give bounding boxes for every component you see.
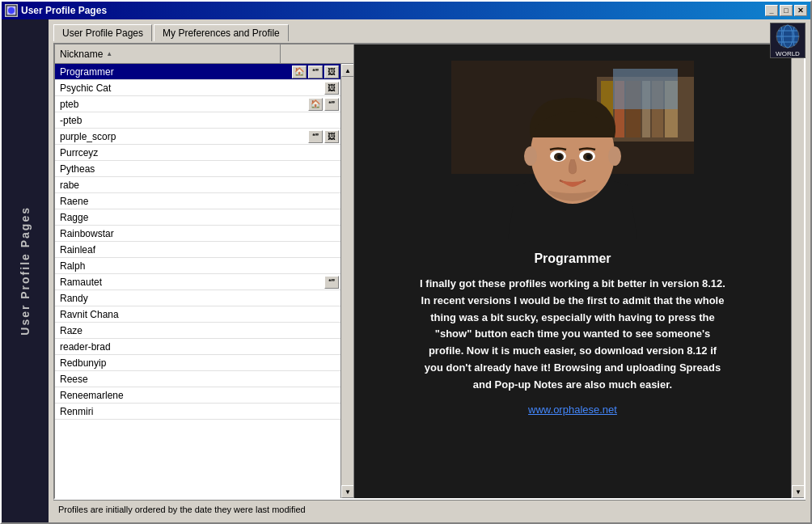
profile-panel: Programmer I finally got these profiles …	[354, 44, 791, 498]
row-name-label: Purrceyz	[55, 147, 268, 158]
row-name-label: Programmer	[55, 66, 268, 78]
row-name-label: pteb	[55, 99, 268, 110]
quote-icon-button[interactable]: ❝❞	[324, 98, 339, 111]
tab-preferences[interactable]: My Preferences and Profile	[154, 24, 289, 41]
row-name-label: -pteb	[55, 115, 268, 126]
world-label: WORLD	[776, 50, 800, 57]
row-name-label: Renmiri	[55, 406, 268, 417]
list-panel: Nickname ▲ Programmer🏠❝❞🖼Psychic Cat🖼pte…	[55, 44, 354, 498]
photo-icon-button[interactable]: 🖼	[324, 82, 339, 95]
list-row[interactable]: Raene	[55, 193, 340, 209]
minimize-button[interactable]: _	[765, 5, 778, 16]
world-globe-icon	[775, 23, 801, 49]
list-row[interactable]: Ragge	[55, 209, 340, 226]
row-icons: 🏠❝❞	[268, 98, 340, 111]
list-row[interactable]: Renmiri	[55, 404, 340, 420]
list-row[interactable]: Ramautet❝❞	[55, 274, 340, 290]
scrollbar-track	[341, 77, 353, 485]
row-icons: 🏠❝❞🖼	[268, 66, 340, 78]
list-row[interactable]: purple_scorp❝❞🖼	[55, 129, 340, 145]
status-text: Profiles are initially ordered by the da…	[58, 505, 306, 514]
list-row[interactable]: Raze	[55, 323, 340, 339]
quote-icon-button[interactable]: ❝❞	[308, 66, 323, 78]
list-body: Programmer🏠❝❞🖼Psychic Cat🖼pteb🏠❝❞-ptebpu…	[55, 64, 340, 498]
row-name-label: Pytheas	[55, 163, 268, 175]
svg-point-23	[586, 154, 591, 159]
maximize-button[interactable]: □	[780, 5, 793, 16]
svg-rect-26	[613, 69, 678, 109]
profile-scrollbar-track	[792, 57, 804, 485]
row-icons: ❝❞🖼	[268, 130, 340, 143]
row-name-label: Ralph	[55, 260, 268, 272]
scroll-up-button[interactable]: ▲	[341, 64, 353, 77]
list-row[interactable]: Redbunyip	[55, 355, 340, 371]
nickname-column-header: Nickname ▲	[55, 44, 281, 63]
profile-scrollbar: ▲ ▼	[791, 44, 804, 498]
close-button[interactable]: ✕	[794, 5, 807, 16]
list-row[interactable]: Randy	[55, 290, 340, 306]
profile-scroll-down-button[interactable]: ▼	[792, 485, 804, 498]
profile-image	[451, 61, 694, 239]
list-row[interactable]: Reneemarlene	[55, 387, 340, 404]
row-name-label: Rainbowstar	[55, 228, 268, 239]
list-row[interactable]: pteb🏠❝❞	[55, 96, 340, 112]
row-name-label: Reneemarlene	[55, 390, 268, 401]
list-row[interactable]: Rainleaf	[55, 242, 340, 258]
list-row[interactable]: Psychic Cat🖼	[55, 80, 340, 96]
list-row[interactable]: Ralph	[55, 258, 340, 274]
list-row[interactable]: rabe	[55, 177, 340, 193]
row-name-label: Redbunyip	[55, 357, 268, 369]
row-name-label: rabe	[55, 180, 268, 191]
svg-point-25	[608, 146, 621, 166]
photo-icon-button[interactable]: 🖼	[324, 130, 339, 143]
main-window: User Profile Pages _ □ ✕ User Profile Pa…	[0, 0, 812, 524]
row-icons: 🖼	[268, 82, 340, 95]
main-content: User Profile Pages My Preferences and Pr…	[49, 19, 810, 522]
app-icon	[5, 4, 18, 17]
list-row[interactable]: -pteb	[55, 112, 340, 129]
row-name-label: Ravnit Chana	[55, 309, 268, 320]
title-bar: User Profile Pages _ □ ✕	[2, 2, 810, 19]
sidebar: User Profile Pages	[2, 19, 49, 522]
sort-arrow-icon: ▲	[106, 50, 112, 57]
svg-point-24	[524, 146, 537, 166]
photo-icon-button[interactable]: 🖼	[324, 66, 339, 78]
row-name-label: purple_scorp	[55, 131, 268, 142]
list-row[interactable]: Reese	[55, 371, 340, 387]
row-name-label: Reese	[55, 374, 268, 385]
list-row[interactable]: Pytheas	[55, 161, 340, 177]
row-name-label: Ramautet	[55, 277, 268, 288]
list-row[interactable]: Programmer🏠❝❞🖼	[55, 64, 340, 80]
tab-bar: User Profile Pages My Preferences and Pr…	[53, 24, 806, 41]
title-controls: _ □ ✕	[765, 5, 807, 16]
row-name-label: Ragge	[55, 212, 268, 223]
svg-point-1	[8, 7, 15, 14]
home-icon-button[interactable]: 🏠	[308, 98, 323, 111]
window-title: User Profile Pages	[21, 5, 107, 16]
sidebar-label: User Profile Pages	[19, 206, 32, 336]
list-header: Nickname ▲	[55, 44, 353, 64]
tab-profiles[interactable]: User Profile Pages	[53, 24, 152, 41]
svg-point-22	[557, 154, 562, 159]
quote-icon-button[interactable]: ❝❞	[324, 276, 339, 289]
quote-icon-button[interactable]: ❝❞	[308, 130, 323, 143]
row-name-label: Raze	[55, 325, 268, 336]
list-row[interactable]: Ravnit Chana	[55, 306, 340, 323]
row-name-label: Psychic Cat	[55, 82, 268, 94]
row-name-label: Raene	[55, 196, 268, 207]
profile-name: Programmer	[534, 251, 611, 266]
list-row[interactable]: Purrceyz	[55, 145, 340, 161]
profile-bio: I finally got these profiles working a b…	[419, 276, 726, 394]
list-row[interactable]: reader-brad	[55, 339, 340, 355]
list-row[interactable]: Rainbowstar	[55, 226, 340, 242]
profile-photo	[451, 61, 694, 239]
row-icons: ❝❞	[268, 276, 340, 289]
content-panel: Nickname ▲ Programmer🏠❝❞🖼Psychic Cat🖼pte…	[53, 43, 806, 500]
list-scrollbar: ▲ ▼	[340, 64, 353, 498]
status-bar: Profiles are initially ordered by the da…	[53, 500, 806, 518]
row-name-label: reader-brad	[55, 341, 268, 353]
profile-link[interactable]: www.orphalese.net	[528, 404, 617, 416]
scroll-down-button[interactable]: ▼	[341, 485, 353, 498]
world-icon-container[interactable]: WORLD	[770, 23, 806, 58]
home-icon-button[interactable]: 🏠	[292, 66, 307, 78]
